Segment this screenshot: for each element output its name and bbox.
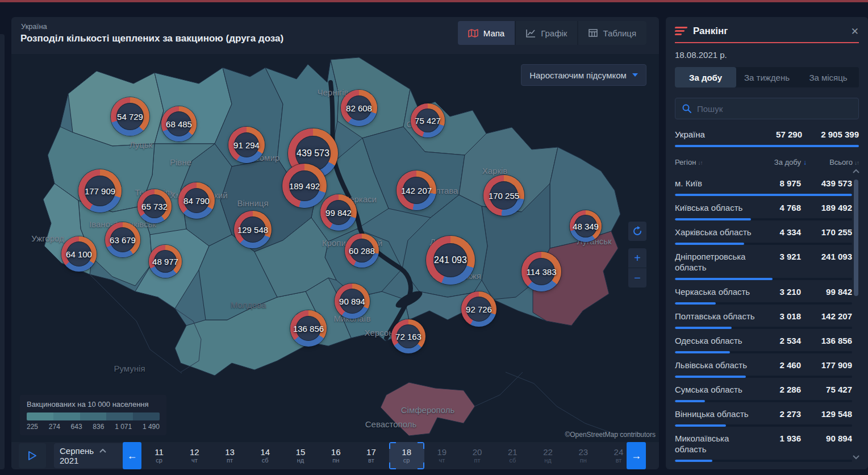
table-row-line: Сумська область2 28675 427 [675,384,852,395]
scroll-down-icon[interactable] [852,455,860,460]
scroll-up-icon[interactable] [852,168,860,174]
region-donut[interactable]: 65 732 [137,189,172,223]
donut-value: 54 729 [117,112,143,122]
close-icon[interactable]: ✕ [851,26,859,38]
region-daily-value: 2 286 [761,385,801,394]
map-refresh-button[interactable] [628,222,646,241]
region-donut[interactable]: 48 977 [149,245,182,278]
region-total-value: 241 093 [801,252,852,261]
region-daily-value: 3 921 [761,252,801,261]
view-tab-таблиця[interactable]: Таблиця [578,21,646,45]
ukraine-map[interactable]: Наростаючим підсумком + − Вакцинованих н… [11,54,659,442]
timeline-next-button[interactable]: → [627,442,646,469]
ranking-accent-underline [675,42,859,43]
view-tab-графік[interactable]: Графік [516,21,577,45]
day-weekday: нд [297,457,304,464]
region-donut[interactable]: 64 100 [61,236,97,272]
region-donut[interactable]: 60 288 [345,234,379,268]
table-row[interactable]: Вінницька область2 273129 548 [675,402,852,427]
city-label-Румунія: Румунія [114,364,145,373]
region-donut[interactable]: 91 294 [228,127,265,163]
table-row[interactable]: Київська область4 768189 492 [675,196,852,220]
region-donut[interactable]: 189 492 [282,164,327,208]
region-donut[interactable]: 63 679 [105,222,140,257]
region-donut[interactable]: 82 608 [341,90,377,126]
donut-value: 241 093 [434,255,467,265]
timeline-day-20[interactable]: 20пт [460,442,495,469]
donut-value: 65 732 [141,202,168,211]
timeline-day-18[interactable]: 18ср [389,442,424,469]
table-row-line: Львівська область2 460177 909 [675,360,852,370]
period-tab-2[interactable]: За місяць [798,67,859,88]
region-donut[interactable]: 142 207 [397,170,436,210]
region-donut[interactable]: 48 349 [570,210,602,242]
view-tabs: МапаГрафікТаблиця [458,21,646,45]
map-zoom-in-button[interactable]: + [628,248,646,268]
region-donut[interactable]: 54 729 [111,97,149,136]
table-column-headers: Регіон↓↑ За добу↓ Всього↓↑ [675,158,859,166]
table-row[interactable]: Харківська область4 334170 255 [675,220,852,245]
legend-tick: 274 [49,423,60,431]
timeline-day-16[interactable]: 16пн [318,442,353,469]
region-donut[interactable]: 90 894 [335,284,370,319]
region-donut[interactable]: 129 548 [234,211,272,248]
table-row[interactable]: Дніпропетровська область3 921241 093 [675,245,852,280]
table-row[interactable]: Одеська область2 534136 856 [675,329,852,353]
play-button[interactable] [19,443,46,468]
period-tab-0[interactable]: За добу [675,67,736,88]
table-row[interactable]: м. Київ8 975439 573 [675,172,852,196]
search-input[interactable] [697,104,852,114]
collapsed-panel-edge [0,34,5,469]
timeline-day-17[interactable]: 17вт [353,442,389,469]
map-zoom-out-button[interactable]: − [628,268,646,288]
timeline-day-12[interactable]: 12чт [177,442,212,469]
region-donut[interactable]: 92 726 [461,291,496,327]
column-daily[interactable]: За добу↓ [758,158,807,166]
table-row[interactable]: Черкаська область3 21099 842 [675,280,852,305]
timeline-day-14[interactable]: 14сб [248,442,283,469]
timeline-day-22[interactable]: 22нд [530,442,565,469]
region-donut[interactable]: 136 856 [290,310,327,347]
table-row[interactable]: Миколаївська область1 93690 894 [675,427,852,462]
region-donut[interactable]: 177 909 [78,169,122,213]
aggregation-dropdown[interactable]: Наростаючим підсумком [521,64,646,86]
view-tab-мапа[interactable]: Мапа [458,21,515,45]
day-number: 12 [190,447,199,457]
column-region[interactable]: Регіон↓↑ [675,158,758,166]
timeline-day-11[interactable]: 11ср [141,442,177,469]
scrollbar-thumb[interactable] [854,180,858,296]
day-weekday: ср [156,457,162,464]
table-row-line: Черкаська область3 21099 842 [675,286,852,297]
table-row[interactable]: Полтавська область3 018142 207 [675,305,852,329]
table-row[interactable]: Львівська область2 460177 909 [675,353,852,378]
day-number: 11 [155,447,164,457]
timeline-day-13[interactable]: 13пт [212,442,247,469]
region-donut[interactable]: 72 163 [391,319,425,353]
region-donut[interactable]: 170 255 [483,175,524,216]
timeline-day-19[interactable]: 19чт [424,442,460,469]
region-name: Львівська область [675,360,761,370]
timeline-day-21[interactable]: 21сб [495,442,530,469]
timeline-prev-button[interactable]: ← [123,442,141,469]
region-daily-value: 8 975 [761,178,801,188]
day-weekday: пн [580,457,587,464]
timeline-day-23[interactable]: 23пн [566,442,601,469]
region-donut[interactable]: 84 790 [178,182,215,219]
day-weekday: пт [474,457,481,464]
table-row-line: Полтавська область3 018142 207 [675,311,852,322]
region-donut[interactable]: 114 383 [521,252,561,291]
legend-swatch [80,413,107,420]
timeline-day-15[interactable]: 15нд [283,442,318,469]
period-tab-1[interactable]: За тиждень [736,67,798,88]
arrow-left-icon: ← [127,450,137,462]
month-selector[interactable]: Серпень 2021 [54,443,123,468]
region-donut[interactable]: 241 093 [426,236,475,285]
region-total-value: 136 856 [801,336,852,345]
column-total[interactable]: Всього↓↑ [807,158,859,166]
region-donut[interactable]: 99 842 [320,194,357,231]
region-donut[interactable]: 75 427 [411,103,445,138]
scrollbar-track[interactable] [854,177,858,451]
table-row[interactable]: Сумська область2 28675 427 [675,378,852,402]
day-number: 20 [473,447,482,457]
region-donut[interactable]: 68 485 [161,106,197,141]
